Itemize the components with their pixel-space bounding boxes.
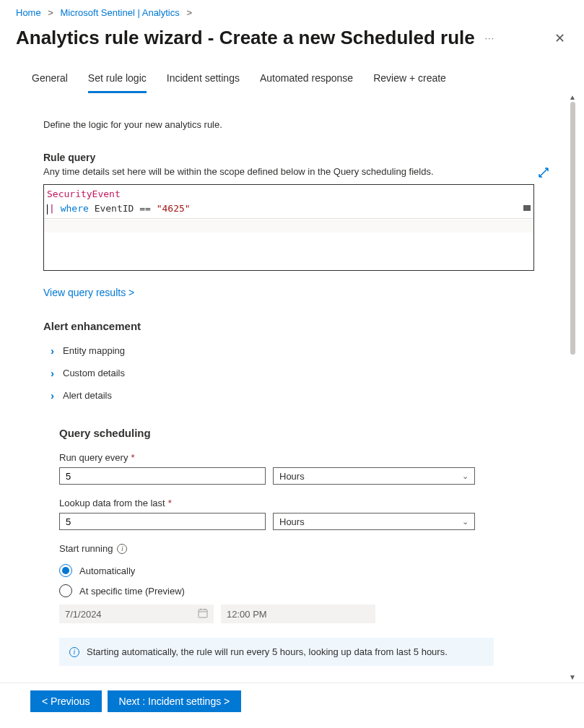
radio-time-label: At specific time (Preview) [79,586,185,597]
radio-icon [59,564,72,577]
schedule-info-text: Starting automatically, the rule will ru… [87,646,448,657]
start-time-value: 12:00 PM [227,609,267,620]
svg-rect-0 [199,610,207,618]
radio-icon [59,584,72,597]
run-every-unit-select[interactable]: Hours ⌄ [273,467,475,485]
more-icon[interactable]: ··· [484,32,494,43]
alert-details-label: Alert details [63,390,112,401]
expand-icon[interactable] [538,167,549,181]
query-col: EventID == [95,203,157,214]
expand-entity-mapping[interactable]: › Entity mapping [43,339,552,362]
rule-query-subtext: Any time details set here will be within… [43,166,552,177]
expand-custom-details[interactable]: › Custom details [43,362,552,384]
tab-automated-response[interactable]: Automated response [260,72,353,93]
radio-automatically[interactable]: Automatically [59,564,552,577]
intro-text: Define the logic for your new analytics … [43,119,552,130]
lookup-unit-select[interactable]: Hours ⌄ [273,513,475,530]
chevron-right-icon: › [51,389,54,402]
schedule-info-banner: i Starting automatically, the rule will … [59,638,494,666]
page-title: Analytics rule wizard - Create a new Sch… [16,27,475,48]
run-every-unit-value: Hours [279,471,305,482]
chevron-down-icon: ⌄ [462,517,468,526]
start-time-input: 12:00 PM [221,604,375,623]
radio-specific-time[interactable]: At specific time (Preview) [59,584,552,597]
start-date-input: 7/1/2024 [59,604,214,623]
info-icon: i [69,647,79,657]
chevron-down-icon: ⌄ [462,472,468,481]
tab-incident-settings[interactable]: Incident settings [167,72,240,93]
lookup-unit-value: Hours [279,516,305,527]
radio-auto-label: Automatically [79,566,135,576]
lookup-input[interactable] [59,513,266,530]
breadcrumb-sep-icon: > [186,7,192,18]
query-where: where [61,203,95,214]
run-every-input[interactable] [59,467,266,485]
run-every-label: Run query every* [59,452,552,463]
close-icon[interactable]: ✕ [554,30,565,46]
query-line1: SecurityEvent [47,188,121,199]
query-val: "4625" [157,203,191,214]
previous-button[interactable]: < Previous [30,690,102,712]
info-icon[interactable]: i [117,544,127,554]
custom-details-label: Custom details [63,368,125,378]
breadcrumb-sentinel[interactable]: Microsoft Sentinel | Analytics [61,7,180,18]
start-running-label: Start running i [59,543,552,554]
start-date-value: 7/1/2024 [65,609,102,620]
calendar-icon [198,608,208,620]
expand-alert-details[interactable]: › Alert details [43,384,552,407]
tab-set-rule-logic[interactable]: Set rule logic [88,72,147,93]
tab-bar: General Set rule logic Incident settings… [16,72,584,93]
breadcrumb-sep-icon: > [48,7,53,18]
alert-enhancement-heading: Alert enhancement [43,320,552,332]
query-scheduling-heading: Query scheduling [59,427,552,439]
tab-general[interactable]: General [32,72,68,93]
query-editor[interactable]: SecurityEvent | where EventID == "4625" [43,184,534,271]
chevron-right-icon: › [51,344,54,357]
next-button[interactable]: Next : Incident settings > [108,690,242,712]
query-pipe: | [49,203,61,214]
view-query-results-link[interactable]: View query results > [43,287,134,298]
tab-review-create[interactable]: Review + create [373,72,446,93]
breadcrumb: Home > Microsoft Sentinel | Analytics > [0,0,584,18]
lookup-label: Lookup data from the last* [59,498,552,508]
chevron-right-icon: › [51,367,54,379]
rule-query-heading: Rule query [43,152,552,163]
entity-mapping-label: Entity mapping [63,345,125,356]
breadcrumb-home[interactable]: Home [16,7,41,18]
